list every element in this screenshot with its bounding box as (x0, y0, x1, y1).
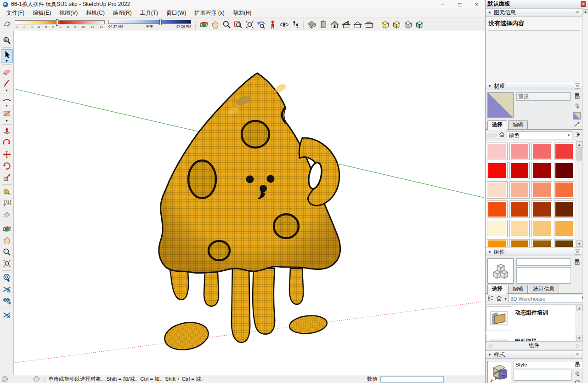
color-swatch[interactable] (487, 239, 508, 247)
home-icon[interactable] (496, 295, 503, 303)
color-swatch[interactable] (487, 181, 508, 199)
component-folder-thumb[interactable] (486, 306, 511, 331)
right-view-icon[interactable] (363, 19, 374, 30)
create-material-icon[interactable] (573, 102, 581, 111)
rectangle-icon[interactable] (1, 108, 13, 119)
component-description-field[interactable] (516, 267, 571, 284)
active-material-swatch[interactable] (573, 112, 581, 120)
display-secondary-pane-icon[interactable] (574, 258, 581, 267)
tab-select[interactable]: 选择 (487, 120, 507, 130)
look-around-icon[interactable] (278, 19, 289, 30)
components-close-icon[interactable]: ✕ (575, 249, 580, 255)
arc-icon[interactable] (1, 93, 13, 104)
scroll-thumb[interactable] (577, 149, 582, 160)
view-options-icon[interactable] (487, 295, 494, 303)
orbit-icon[interactable] (198, 19, 209, 30)
list-item[interactable]: 组件取样 (486, 333, 576, 341)
toggle-shadows-icon[interactable] (2, 19, 13, 30)
display-secondary-pane-icon[interactable] (574, 361, 581, 369)
zoom-icon[interactable] (1, 246, 13, 257)
left-foot-puddle[interactable] (163, 319, 211, 353)
color-swatch[interactable] (554, 143, 575, 160)
rectangle-dropdown-icon[interactable]: ▼ (1, 120, 13, 123)
tray-scrollbar[interactable]: ▲ (582, 8, 588, 383)
color-swatch[interactable] (509, 200, 530, 218)
zoom-extents-icon[interactable] (1, 258, 13, 269)
tab-edit[interactable]: 编辑 (508, 285, 528, 293)
collections-dropdown[interactable]: 颜色 ▼ (507, 131, 572, 139)
cheese-character-model[interactable] (14, 31, 485, 375)
push-pull-icon[interactable] (1, 126, 13, 137)
extension-sync-icon[interactable] (1, 272, 13, 283)
maximize-button[interactable]: □ (451, 0, 468, 9)
toolbar-grip[interactable] (3, 33, 11, 33)
tab-statistics[interactable]: 统计信息 (529, 285, 559, 293)
color-swatch[interactable] (554, 200, 575, 218)
zoom-window-icon[interactable] (232, 19, 243, 30)
materials-header[interactable]: ▼ 材质 ✕ (486, 82, 582, 90)
pan-icon[interactable] (209, 19, 220, 30)
orbit-icon[interactable] (1, 223, 13, 234)
scroll-down-icon[interactable]: ▼ (576, 335, 582, 341)
component-name-field[interactable] (516, 258, 571, 266)
collapse-caret-icon[interactable]: ▼ (488, 250, 492, 254)
previous-view-icon[interactable] (255, 19, 266, 30)
time-slider-handle[interactable] (159, 19, 162, 25)
color-swatch[interactable] (531, 162, 552, 179)
color-swatch[interactable] (554, 220, 575, 237)
paint-bucket-icon[interactable] (1, 209, 13, 220)
text-icon[interactable] (1, 198, 13, 209)
style-preview-thumb[interactable] (487, 361, 511, 383)
color-swatch[interactable] (487, 200, 508, 218)
iso-view-icon[interactable] (306, 19, 317, 30)
update-style-icon[interactable] (574, 380, 581, 383)
color-swatch[interactable] (509, 239, 530, 247)
color-swatch[interactable] (554, 162, 575, 179)
top-view-icon[interactable] (317, 19, 328, 30)
front-view-icon[interactable] (329, 19, 340, 30)
forward-arrow-icon[interactable]: ▷ (576, 343, 580, 349)
tape-measure-icon[interactable] (1, 186, 13, 197)
date-slider-handle[interactable] (56, 19, 58, 26)
credits-icon[interactable] (34, 376, 40, 382)
color-swatch[interactable] (509, 181, 530, 199)
back-arrow-icon[interactable]: ◁ (487, 132, 492, 138)
measurements-input[interactable] (380, 376, 444, 383)
styles-close-icon[interactable]: ✕ (575, 352, 580, 357)
color-swatch[interactable] (531, 143, 552, 160)
collapse-caret-icon[interactable]: ▼ (488, 84, 492, 88)
rotate-icon[interactable] (1, 160, 13, 171)
entity-info-close-icon[interactable]: ✕ (575, 10, 580, 15)
tray-title-bar[interactable]: 默认面板 ✕ (486, 0, 588, 8)
sample-paint-icon[interactable] (573, 120, 581, 129)
warehouse-search-input[interactable] (510, 296, 581, 302)
drip-small-right[interactable] (289, 269, 303, 304)
menu-item[interactable]: 文件(F) (3, 8, 28, 18)
menu-item[interactable]: 编辑(E) (29, 8, 55, 18)
freehand-dropdown-icon[interactable]: ▼ (1, 89, 13, 92)
scroll-up-icon[interactable]: ▲ (583, 9, 588, 14)
color-swatch[interactable] (554, 239, 575, 247)
menu-item[interactable]: 帮助(H) (229, 8, 255, 18)
color-swatch[interactable] (531, 239, 552, 247)
component-item-label[interactable]: 动态组件培训 (515, 306, 548, 332)
collapse-caret-icon[interactable]: ▼ (488, 11, 492, 15)
help-box-icon[interactable] (414, 19, 425, 30)
close-button[interactable]: × (468, 0, 485, 9)
time-slider-track[interactable] (108, 20, 191, 24)
color-swatch[interactable] (487, 162, 508, 179)
scroll-down-icon[interactable]: ▼ (576, 240, 582, 247)
color-swatch[interactable] (531, 200, 552, 218)
menu-item[interactable]: 视图(V) (56, 8, 81, 18)
style-description-field[interactable] (514, 370, 571, 381)
back-view-icon[interactable] (340, 19, 351, 30)
extension-export-icon[interactable] (1, 295, 13, 306)
details-arrow-icon[interactable] (574, 131, 581, 139)
material-name-input[interactable] (516, 92, 571, 101)
styles-header[interactable]: ▼ 样式 ✕ (486, 350, 582, 359)
extension-settings-icon[interactable] (1, 309, 13, 320)
menu-item[interactable]: 绘图(R) (109, 8, 136, 18)
color-swatch[interactable] (509, 143, 530, 160)
minimize-button[interactable]: − (434, 0, 451, 9)
menu-item[interactable]: 工具(T) (136, 8, 162, 18)
